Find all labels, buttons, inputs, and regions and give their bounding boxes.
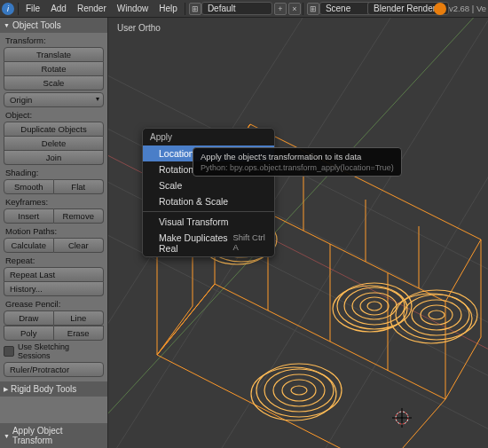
svg-point-26 [367, 302, 382, 310]
calculate-button[interactable]: Calculate [4, 238, 54, 253]
translate-button[interactable]: Translate [4, 47, 104, 62]
repeat-last-button[interactable]: Repeat Last [4, 267, 104, 282]
menu-help[interactable]: Help [153, 4, 183, 13]
join-button[interactable]: Join [4, 151, 104, 165]
menu-render[interactable]: Render [72, 4, 112, 13]
top-menubar: i File Add Render Window Help ⊞ Default … [0, 0, 488, 18]
layout-dropdown[interactable]: Default [201, 2, 272, 15]
svg-point-31 [282, 380, 316, 401]
scene-browse-icon[interactable]: ⊞ [307, 3, 319, 15]
apply-transform-header[interactable]: ▼ Apply Object Transform [0, 423, 107, 448]
clear-button[interactable]: Clear [54, 238, 105, 253]
layout-add-icon[interactable]: + [274, 3, 287, 15]
apply-rotscale-item[interactable]: Rotation & Scale [143, 193, 274, 209]
engine-label: Blender Render [374, 4, 436, 13]
gp-erase-button[interactable]: Erase [54, 326, 105, 341]
svg-point-37 [421, 305, 453, 325]
tooltip-title: Apply the object's transformation to its… [201, 152, 394, 161]
scale-button[interactable]: Scale [4, 76, 104, 90]
info-icon[interactable]: i [0, 1, 16, 17]
flat-button[interactable]: Flat [54, 179, 105, 194]
svg-point-38 [429, 310, 445, 319]
tool-shelf: ▼ Object Tools Transform: Translate Rota… [0, 18, 108, 448]
svg-point-36 [412, 300, 461, 330]
svg-point-30 [273, 374, 325, 406]
smooth-button[interactable]: Smooth [4, 179, 54, 194]
grease-pencil-label: Grease Pencil: [5, 299, 104, 309]
dropdown-icon: ▾ [96, 95, 99, 103]
checkbox-icon [4, 346, 14, 357]
delete-button[interactable]: Delete [4, 137, 104, 151]
gp-line-button[interactable]: Line [54, 310, 105, 326]
repeat-label: Repeat: [5, 255, 104, 265]
object-tools-header[interactable]: ▼ Object Tools [0, 18, 107, 33]
collapse-icon: ▶ [4, 386, 8, 393]
make-duplicates-real-item[interactable]: Make Duplicates Real Shift Ctrl A [143, 230, 274, 256]
version-label: v2.68 | Ve [434, 3, 486, 15]
collapse-icon: ▼ [4, 433, 10, 439]
duplicate-button[interactable]: Duplicate Objects [4, 122, 104, 137]
keyframes-label: Keyframes: [5, 197, 104, 207]
tooltip: Apply the object's transformation to its… [193, 147, 402, 177]
gp-poly-button[interactable]: Poly [4, 326, 54, 341]
apply-scale-item[interactable]: Scale [143, 177, 274, 193]
motion-label: Motion Paths: [5, 226, 104, 236]
scene-label: Scene [326, 4, 350, 13]
layout-label: Default [208, 4, 236, 13]
layout-browse-icon[interactable]: ⊞ [189, 3, 201, 15]
context-menu-title: Apply [143, 129, 274, 145]
rigid-body-header[interactable]: ▶ Rigid Body Tools [0, 381, 107, 397]
remove-keyframe-button[interactable]: Remove [54, 208, 105, 224]
object-label: Object: [5, 110, 104, 120]
gp-draw-button[interactable]: Draw [4, 310, 54, 326]
visual-transform-item[interactable]: Visual Transform [143, 214, 274, 230]
svg-point-32 [291, 386, 307, 395]
origin-button[interactable]: Origin ▾ [4, 92, 104, 107]
ruler-button[interactable]: Ruler/Protractor [4, 362, 104, 377]
rotate-button[interactable]: Rotate [4, 62, 104, 76]
blender-icon [434, 3, 446, 15]
layout-remove-icon[interactable]: × [288, 3, 301, 15]
shading-label: Shading: [5, 168, 104, 177]
sketching-sessions-checkbox[interactable]: Use Sketching Sessions [4, 342, 104, 360]
tooltip-python: Python: bpy.ops.object.transform_apply(l… [201, 163, 394, 172]
insert-keyframe-button[interactable]: Insert [4, 208, 54, 224]
svg-point-29 [264, 369, 334, 412]
svg-point-25 [360, 297, 389, 315]
collapse-icon: ▼ [4, 22, 10, 28]
history-button[interactable]: History... [4, 282, 104, 296]
3d-cursor-icon [392, 408, 412, 428]
menu-file[interactable]: File [20, 4, 45, 13]
menu-window[interactable]: Window [112, 4, 154, 13]
menu-add[interactable]: Add [45, 4, 72, 13]
transform-label: Transform: [5, 35, 104, 45]
shortcut-label: Shift Ctrl A [232, 232, 265, 254]
